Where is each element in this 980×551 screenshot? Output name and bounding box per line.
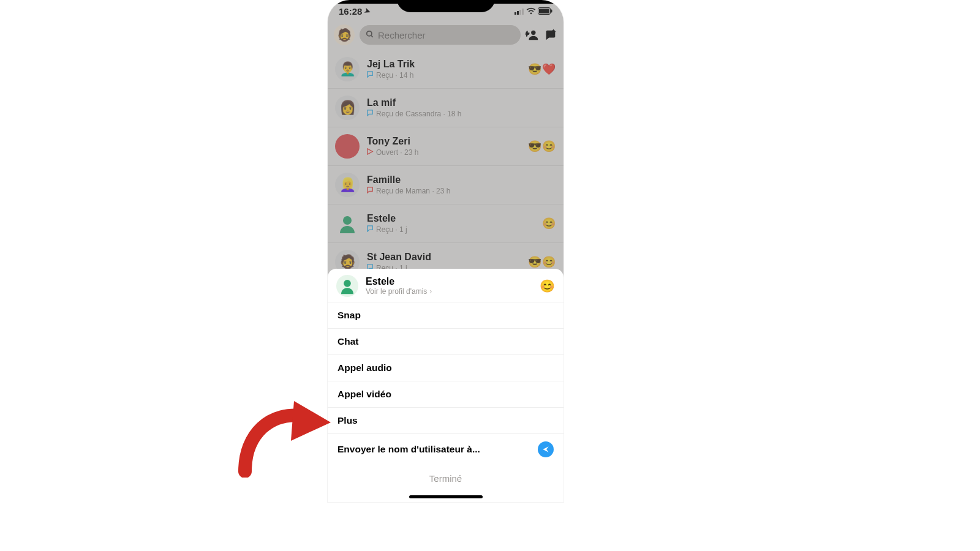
svg-point-13 bbox=[344, 280, 351, 287]
action-label: Plus bbox=[337, 415, 358, 426]
action-label: Appel vidéo bbox=[337, 389, 391, 400]
action-label: Chat bbox=[337, 336, 358, 347]
sheet-avatar bbox=[336, 275, 358, 297]
phone-frame: 16:28 ➤ 🧔 Rechercher bbox=[328, 0, 564, 502]
sheet-subtitle-text: Voir le profil d'amis bbox=[366, 287, 427, 296]
action-label: Appel audio bbox=[337, 362, 392, 373]
annotation-arrow-icon bbox=[233, 392, 337, 478]
home-indicator[interactable] bbox=[409, 495, 483, 498]
action-more[interactable]: Plus bbox=[328, 407, 564, 433]
sheet-header[interactable]: Estele Voir le profil d'amis › 😊 bbox=[328, 269, 564, 302]
chevron-right-icon: › bbox=[429, 287, 432, 296]
action-send-username[interactable]: Envoyer le nom d'utilisateur à... bbox=[328, 433, 564, 465]
action-audio-call[interactable]: Appel audio bbox=[328, 354, 564, 381]
send-icon bbox=[538, 441, 554, 457]
action-label: Envoyer le nom d'utilisateur à... bbox=[337, 444, 480, 455]
action-label: Snap bbox=[337, 310, 361, 321]
friend-emoji: 😊 bbox=[540, 279, 555, 293]
action-chat[interactable]: Chat bbox=[328, 328, 564, 354]
sheet-subtitle: Voir le profil d'amis › bbox=[366, 287, 532, 296]
sheet-header-text: Estele Voir le profil d'amis › bbox=[366, 276, 532, 296]
action-snap[interactable]: Snap bbox=[328, 302, 564, 328]
phone-notch bbox=[397, 0, 495, 12]
action-video-call[interactable]: Appel vidéo bbox=[328, 381, 564, 407]
sheet-name: Estele bbox=[366, 276, 532, 287]
action-sheet: Estele Voir le profil d'amis › 😊 Snap Ch… bbox=[328, 269, 564, 502]
action-done[interactable]: Terminé bbox=[328, 465, 564, 484]
